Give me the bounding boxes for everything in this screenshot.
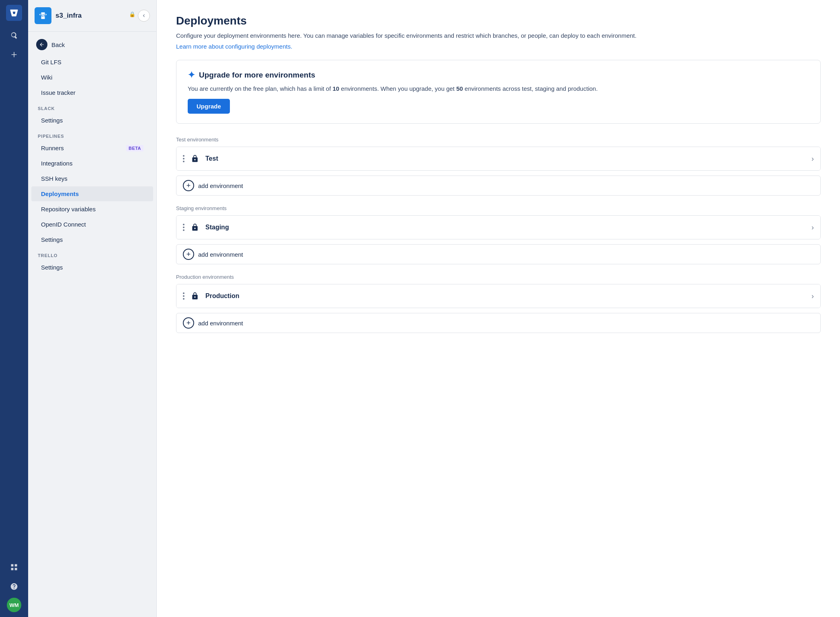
- repo-icon: </>: [35, 7, 51, 24]
- sidebar-item-integrations[interactable]: Integrations: [31, 156, 153, 171]
- drag-handle-production[interactable]: [183, 292, 184, 300]
- sidebar-item-trello-settings[interactable]: Settings: [31, 260, 153, 275]
- create-button[interactable]: [6, 47, 22, 63]
- staging-env-label: Staging environments: [176, 205, 821, 211]
- upgrade-banner-title: ✦ Upgrade for more environments: [188, 70, 809, 80]
- plus-icon-staging: +: [183, 249, 194, 260]
- icon-bar-bottom: WM: [6, 559, 22, 612]
- help-button[interactable]: [6, 578, 22, 595]
- sidebar: </> s3_infra 🔒 Back Git LFS Wiki: [28, 0, 157, 617]
- test-env-name: Test: [205, 155, 811, 162]
- staging-env-list: Staging ›: [176, 215, 821, 239]
- production-env-label: Production environments: [176, 274, 821, 280]
- test-env-label: Test environments: [176, 137, 821, 143]
- sparkle-icon: ✦: [188, 70, 195, 80]
- beta-badge: BETA: [126, 145, 143, 151]
- upgrade-button[interactable]: Upgrade: [188, 99, 230, 114]
- sidebar-header: </> s3_infra 🔒: [28, 0, 156, 32]
- sidebar-item-repo-vars[interactable]: Repository variables: [31, 202, 153, 217]
- plus-icon-test: +: [183, 180, 194, 191]
- chevron-right-production: ›: [811, 292, 814, 300]
- main-content: Deployments Configure your deployment en…: [157, 0, 840, 617]
- staging-env-name: Staging: [205, 224, 811, 231]
- trello-section-label: TRELLO: [28, 247, 156, 259]
- production-env-list: Production ›: [176, 284, 821, 308]
- test-env-row[interactable]: Test ›: [176, 147, 820, 170]
- repo-name: s3_infra: [55, 12, 131, 20]
- back-icon: [36, 39, 47, 50]
- sidebar-nav: Back Git LFS Wiki Issue tracker SLACK Se…: [28, 32, 156, 617]
- chevron-right-staging: ›: [811, 223, 814, 232]
- sidebar-item-git-lfs[interactable]: Git LFS: [31, 55, 153, 69]
- sidebar-item-issue-tracker[interactable]: Issue tracker: [31, 85, 153, 100]
- page-description: Configure your deployment environments h…: [176, 31, 821, 41]
- production-env-row[interactable]: Production ›: [176, 284, 820, 308]
- test-env-list: Test ›: [176, 147, 821, 171]
- add-test-env-button[interactable]: + add environment: [176, 176, 821, 196]
- production-env-name: Production: [205, 292, 811, 300]
- icon-bar: WM: [0, 0, 28, 617]
- sidebar-item-deployments[interactable]: Deployments: [31, 186, 153, 201]
- chevron-right-test: ›: [811, 155, 814, 163]
- sidebar-item-wiki[interactable]: Wiki: [31, 70, 153, 85]
- svg-text:</>: </>: [41, 14, 45, 18]
- grid-button[interactable]: [6, 559, 22, 575]
- repo-lock-icon: 🔒: [129, 11, 135, 17]
- lock-icon-production: [189, 290, 201, 302]
- search-button[interactable]: [6, 27, 22, 43]
- pipelines-section-label: PIPELINES: [28, 128, 156, 140]
- sidebar-item-ssh-keys[interactable]: SSH keys: [31, 171, 153, 186]
- learn-more-link[interactable]: Learn more about configuring deployments…: [176, 43, 292, 50]
- sidebar-item-pipeline-settings[interactable]: Settings: [31, 232, 153, 247]
- sidebar-item-slack-settings[interactable]: Settings: [31, 113, 153, 128]
- bitbucket-logo[interactable]: [6, 5, 22, 21]
- sidebar-item-runners[interactable]: Runners BETA: [31, 141, 153, 155]
- upgrade-banner: ✦ Upgrade for more environments You are …: [176, 60, 821, 124]
- add-production-env-button[interactable]: + add environment: [176, 313, 821, 333]
- user-avatar[interactable]: WM: [7, 598, 21, 612]
- sidebar-item-openid[interactable]: OpenID Connect: [31, 217, 153, 232]
- lock-icon-staging: [189, 222, 201, 233]
- add-staging-env-button[interactable]: + add environment: [176, 244, 821, 264]
- staging-env-row[interactable]: Staging ›: [176, 216, 820, 239]
- collapse-sidebar-button[interactable]: [138, 10, 150, 22]
- lock-icon-test: [189, 153, 201, 164]
- page-title: Deployments: [176, 14, 821, 27]
- back-button[interactable]: Back: [28, 35, 156, 54]
- drag-handle-test[interactable]: [183, 155, 184, 162]
- drag-handle-staging[interactable]: [183, 224, 184, 231]
- upgrade-banner-desc: You are currently on the free plan, whic…: [188, 84, 809, 94]
- slack-section-label: SLACK: [28, 100, 156, 112]
- plus-icon-production: +: [183, 317, 194, 329]
